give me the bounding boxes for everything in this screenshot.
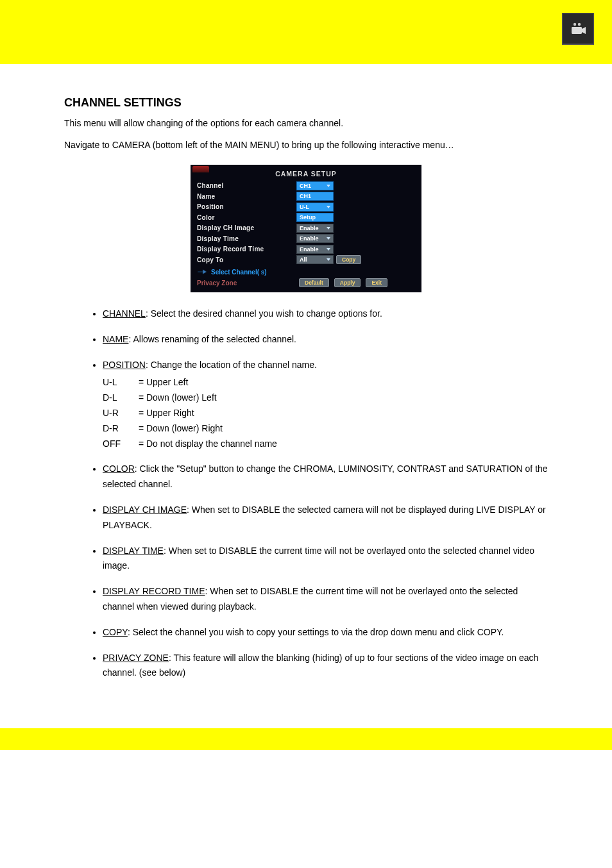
option-item: DISPLAY TIME: When set to DISABLE the cu… xyxy=(103,544,548,574)
footer-banner xyxy=(0,728,612,750)
chevron-down-icon xyxy=(327,258,330,261)
option-head: POSITION xyxy=(103,360,146,370)
option-item: POSITION: Change the location of the cha… xyxy=(103,358,548,452)
chevron-down-icon xyxy=(327,237,330,240)
ss-title: CAMERA SETUP xyxy=(197,170,415,178)
option-item: COPY: Select the channel you wish to cop… xyxy=(103,625,548,640)
option-item: CHANNEL: Select the desired channel you … xyxy=(103,306,548,322)
ss-name-input[interactable]: CH1 xyxy=(296,192,334,201)
chevron-down-icon xyxy=(327,185,330,187)
ss-privacy-zone-tab[interactable]: Privacy Zone xyxy=(197,280,296,287)
ss-label-color: Color xyxy=(197,214,296,221)
sublist-value: = Do not display the channel name xyxy=(136,438,277,449)
ss-display-time-dropdown[interactable]: Enable xyxy=(296,234,334,243)
option-item: NAME: Allows renaming of the selected ch… xyxy=(103,332,548,347)
option-body: : Allows renaming of the selected channe… xyxy=(128,334,296,344)
page-content: CHANNEL SETTINGS This menu will allow ch… xyxy=(0,64,612,717)
option-sublist-item: U-R = Upper Right xyxy=(103,406,548,421)
ss-active-tab-marker xyxy=(192,166,209,172)
ss-position-dropdown[interactable]: U-L xyxy=(296,203,334,212)
sublist-value: = Upper Left xyxy=(136,377,188,387)
ss-label-position: Position xyxy=(197,203,296,210)
ss-display-ch-image-dropdown[interactable]: Enable xyxy=(296,224,334,233)
ss-label-channel: Channel xyxy=(197,182,296,189)
header-banner xyxy=(0,0,612,64)
video-camera-icon xyxy=(562,13,594,45)
option-item: DISPLAY CH IMAGE: When set to DISABLE th… xyxy=(103,503,548,533)
svg-point-1 xyxy=(578,22,581,25)
option-body: : Select the desired channel you wish to… xyxy=(146,308,382,319)
option-item: PRIVACY ZONE: This feature will allow th… xyxy=(103,651,548,681)
ss-pointer-icon xyxy=(197,268,207,276)
option-body: : Change the location of the channel nam… xyxy=(146,360,317,370)
option-sublist: U-L = Upper LeftD-L = Down (lower) LeftU… xyxy=(103,375,548,451)
option-body: : When set to DISABLE the current time w… xyxy=(103,546,534,571)
ss-copy-to-dropdown[interactable]: All xyxy=(296,255,334,264)
option-head: COLOR xyxy=(103,463,135,474)
options-list: CHANNEL: Select the desired channel you … xyxy=(64,306,548,681)
svg-point-0 xyxy=(574,22,576,25)
svg-rect-2 xyxy=(572,27,582,34)
intro-paragraph-2: Navigate to CAMERA (bottom left of the M… xyxy=(64,138,548,153)
camera-setup-screenshot: CAMERA SETUP Channel CH1 Name CH1 Positi… xyxy=(191,165,421,293)
chevron-down-icon xyxy=(327,206,330,208)
intro-paragraph-1: This menu will allow changing of the opt… xyxy=(64,116,548,131)
sublist-key: D-R xyxy=(103,421,136,437)
ss-label-display-ch-image: Display CH Image xyxy=(197,224,296,231)
option-item: COLOR: Click the "Setup" button to chang… xyxy=(103,462,548,492)
ss-label-copy-to: Copy To xyxy=(197,256,296,263)
ss-label-display-record-time: Display Record Time xyxy=(197,246,296,253)
option-sublist-item: U-L = Upper Left xyxy=(103,375,548,390)
option-item: DISPLAY RECORD TIME: When set to DISABLE… xyxy=(103,584,548,615)
ss-channel-dropdown[interactable]: CH1 xyxy=(296,181,334,190)
ss-default-button[interactable]: Default xyxy=(299,278,329,287)
ss-exit-button[interactable]: Exit xyxy=(366,278,387,287)
chevron-down-icon xyxy=(327,248,330,251)
option-sublist-item: D-L = Down (lower) Left xyxy=(103,390,548,406)
ss-copy-button[interactable]: Copy xyxy=(336,255,361,264)
ss-color-setup-button[interactable]: Setup xyxy=(296,213,334,222)
ss-label-name: Name xyxy=(197,193,296,200)
option-head: DISPLAY RECORD TIME xyxy=(103,586,205,596)
option-head: DISPLAY CH IMAGE xyxy=(103,505,187,515)
ss-display-record-time-dropdown[interactable]: Enable xyxy=(296,245,334,254)
option-head: COPY xyxy=(103,627,128,637)
option-body: : Click the "Setup" button to change the… xyxy=(103,463,548,489)
option-sublist-item: OFF = Do not display the channel name xyxy=(103,437,548,452)
sublist-key: OFF xyxy=(103,437,136,452)
option-body: : Select the channel you wish to copy yo… xyxy=(128,627,504,637)
ss-select-channels-link[interactable]: Select Channel( s) xyxy=(211,269,267,276)
chevron-down-icon xyxy=(327,227,330,230)
ss-apply-button[interactable]: Apply xyxy=(334,278,361,287)
option-head: NAME xyxy=(103,334,128,344)
sublist-value: = Down (lower) Right xyxy=(136,423,223,433)
option-head: PRIVACY ZONE xyxy=(103,653,169,663)
ss-label-display-time: Display Time xyxy=(197,235,296,242)
option-head: CHANNEL xyxy=(103,308,146,319)
option-sublist-item: D-R = Down (lower) Right xyxy=(103,421,548,437)
section-heading: CHANNEL SETTINGS xyxy=(64,96,548,110)
sublist-key: U-R xyxy=(103,406,136,421)
sublist-key: U-L xyxy=(103,375,136,390)
sublist-key: D-L xyxy=(103,390,136,406)
sublist-value: = Down (lower) Left xyxy=(136,392,217,403)
option-head: DISPLAY TIME xyxy=(103,546,164,556)
sublist-value: = Upper Right xyxy=(136,408,194,418)
